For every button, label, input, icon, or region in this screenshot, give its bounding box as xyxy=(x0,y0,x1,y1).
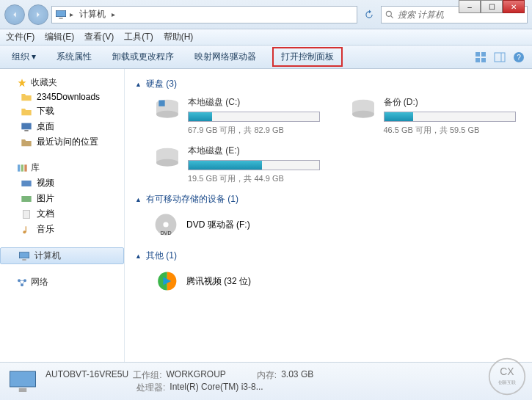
triangle-down-icon: ▲ xyxy=(135,252,142,260)
address-bar[interactable]: ▸ 计算机 ▸ xyxy=(51,6,357,23)
content-pane: ▲硬盘 (3) 本地磁盘 (C:) 67.9 GB 可用，共 82.9 GB 备… xyxy=(125,69,532,363)
hdd-icon xyxy=(153,145,182,171)
svg-rect-6 xyxy=(475,58,480,62)
drive-c[interactable]: 本地磁盘 (C:) 67.9 GB 可用，共 82.9 GB xyxy=(153,96,327,136)
svg-rect-7 xyxy=(481,58,486,62)
drive-stats: 67.9 GB 可用，共 82.9 GB xyxy=(188,125,327,136)
svg-rect-15 xyxy=(21,164,23,171)
drive-capacity-bar xyxy=(188,160,320,170)
dvd-icon: DVD xyxy=(153,211,179,238)
breadcrumb-item[interactable]: 计算机 xyxy=(76,8,109,21)
dvd-drive[interactable]: DVD DVD 驱动器 (F:) xyxy=(153,211,522,238)
close-button[interactable]: ✕ xyxy=(503,0,525,13)
search-icon xyxy=(385,10,395,20)
sidebar-item-label: 图片 xyxy=(37,192,54,205)
video-icon xyxy=(21,178,32,189)
desktop-icon xyxy=(21,122,32,132)
section-hdd[interactable]: ▲硬盘 (3) xyxy=(135,78,522,90)
svg-rect-1 xyxy=(59,18,62,19)
crumb-arrow-icon: ▸ xyxy=(70,10,73,18)
tree-network[interactable]: 网络 xyxy=(0,274,124,290)
menu-tools[interactable]: 工具(T) xyxy=(124,31,153,43)
preview-pane-icon[interactable] xyxy=(494,51,506,63)
tree-label: 网络 xyxy=(31,276,48,288)
device-label: DVD 驱动器 (F:) xyxy=(186,219,250,231)
svg-rect-4 xyxy=(475,52,480,57)
menu-edit[interactable]: 编辑(E) xyxy=(45,31,74,43)
toolbar-system-properties[interactable]: 系统属性 xyxy=(52,48,96,66)
drive-d[interactable]: 备份 (D:) 46.5 GB 可用，共 59.5 GB xyxy=(349,96,522,136)
help-icon[interactable]: ? xyxy=(513,51,525,63)
refresh-button[interactable] xyxy=(360,6,378,23)
svg-rect-5 xyxy=(481,52,486,57)
sidebar-item-2345downloads[interactable]: 2345Downloads xyxy=(0,90,124,103)
sidebar-item-music[interactable]: 音乐 xyxy=(0,222,124,237)
sidebar-item-desktop[interactable]: 桌面 xyxy=(0,119,124,134)
section-label: 有可移动存储的设备 (1) xyxy=(146,193,238,206)
tree-favorites[interactable]: 收藏夹 xyxy=(0,75,124,90)
svg-rect-13 xyxy=(24,130,28,131)
tencent-video-icon xyxy=(153,268,179,294)
maximize-button[interactable]: ☐ xyxy=(481,0,503,13)
svg-text:DVD: DVD xyxy=(160,230,171,236)
svg-point-2 xyxy=(386,11,391,16)
svg-rect-14 xyxy=(18,164,20,171)
sidebar-item-label: 下载 xyxy=(37,105,54,117)
sidebar-item-label: 文档 xyxy=(37,208,54,220)
sidebar-item-label: 2345Downloads xyxy=(37,92,100,102)
statusbar: AUTOBVT-16VRE5U 工作组: WORKGROUP 内存: 3.03 … xyxy=(0,362,532,400)
sidebar-item-label: 视频 xyxy=(37,177,54,189)
menu-view[interactable]: 查看(V) xyxy=(84,31,114,43)
menu-help[interactable]: 帮助(H) xyxy=(164,31,194,43)
svg-rect-30 xyxy=(158,101,164,106)
svg-rect-23 xyxy=(22,259,26,261)
recent-icon xyxy=(21,137,32,148)
toolbar-uninstall-programs[interactable]: 卸载或更改程序 xyxy=(108,48,178,66)
sidebar-item-documents[interactable]: 文档 xyxy=(0,206,124,222)
section-label: 硬盘 (3) xyxy=(146,78,177,90)
computer-icon xyxy=(55,10,67,20)
toolbar-map-network-drive[interactable]: 映射网络驱动器 xyxy=(190,48,260,66)
svg-point-33 xyxy=(352,111,374,118)
svg-text:?: ? xyxy=(517,54,521,62)
drive-label: 本地磁盘 (C:) xyxy=(188,96,327,109)
sidebar-item-videos[interactable]: 视频 xyxy=(0,175,124,191)
drive-e[interactable]: 本地磁盘 (E:) 19.5 GB 可用，共 44.9 GB xyxy=(153,145,336,184)
document-icon xyxy=(21,209,32,219)
drive-label: 本地磁盘 (E:) xyxy=(188,145,336,157)
sidebar-item-pictures[interactable]: 图片 xyxy=(0,191,124,206)
device-label: 腾讯视频 (32 位) xyxy=(186,275,251,288)
svg-text:CX: CX xyxy=(500,366,514,377)
nav-forward-button[interactable] xyxy=(28,4,48,25)
network-icon xyxy=(16,277,28,288)
drive-capacity-bar xyxy=(188,112,320,122)
tencent-video[interactable]: 腾讯视频 (32 位) xyxy=(153,268,522,294)
hdd-icon xyxy=(349,96,378,123)
sidebar-item-label: 最近访问的位置 xyxy=(37,136,98,148)
section-removable[interactable]: ▲有可移动存储的设备 (1) xyxy=(135,193,522,206)
svg-point-36 xyxy=(156,159,178,167)
status-cpu: Intel(R) Core(TM) i3-8... xyxy=(170,382,263,394)
sidebar-item-downloads[interactable]: 下载 xyxy=(0,103,124,119)
triangle-down-icon: ▲ xyxy=(135,196,142,203)
status-mem: 3.03 GB xyxy=(281,369,313,382)
tree-label: 收藏夹 xyxy=(31,76,57,89)
svg-rect-41 xyxy=(19,388,27,391)
computer-icon xyxy=(7,368,38,396)
view-options-icon[interactable] xyxy=(475,51,487,63)
tree-computer[interactable]: 计算机 xyxy=(0,247,124,264)
section-other[interactable]: ▲其他 (1) xyxy=(135,250,522,262)
organize-button[interactable]: 组织 ▾ xyxy=(7,48,40,66)
music-icon xyxy=(21,225,32,235)
menu-file[interactable]: 文件(F) xyxy=(6,31,34,43)
sidebar-item-recent[interactable]: 最近访问的位置 xyxy=(0,134,124,150)
toolbar: 组织 ▾ 系统属性 卸载或更改程序 映射网络驱动器 打开控制面板 ? xyxy=(0,46,532,69)
tree-libraries[interactable]: 库 xyxy=(0,160,124,175)
toolbar-open-control-panel[interactable]: 打开控制面板 xyxy=(272,47,343,67)
minimize-button[interactable]: – xyxy=(459,0,481,13)
nav-back-button[interactable] xyxy=(4,4,25,25)
library-icon xyxy=(16,163,28,173)
watermark-logo: CX创新互联 xyxy=(488,357,526,396)
drive-stats: 46.5 GB 可用，共 59.5 GB xyxy=(384,125,522,136)
tree-label: 计算机 xyxy=(34,250,61,262)
